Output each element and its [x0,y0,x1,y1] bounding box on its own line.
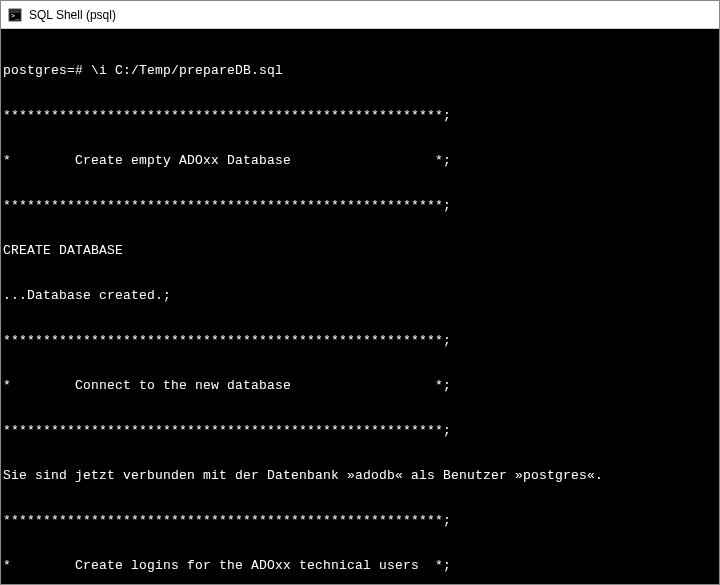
terminal-line: ****************************************… [3,513,717,528]
window-titlebar: >_ SQL Shell (psql) [1,1,719,29]
terminal-line: ****************************************… [3,198,717,213]
window-title: SQL Shell (psql) [29,8,116,22]
terminal-line: ****************************************… [3,423,717,438]
app-icon: >_ [7,7,23,23]
svg-text:>_: >_ [11,12,20,20]
terminal-line: Sie sind jetzt verbunden mit der Datenba… [3,468,717,483]
terminal-line: postgres=# \i C:/Temp/prepareDB.sql [3,63,717,78]
terminal-line: CREATE DATABASE [3,243,717,258]
terminal-line: ****************************************… [3,108,717,123]
terminal-line: * Create logins for the ADOxx technical … [3,558,717,573]
terminal-line: ****************************************… [3,333,717,348]
terminal-line: * Connect to the new database *; [3,378,717,393]
terminal-line: * Create empty ADOxx Database *; [3,153,717,168]
terminal-line: ...Database created.; [3,288,717,303]
terminal-output[interactable]: postgres=# \i C:/Temp/prepareDB.sql ****… [1,29,719,584]
